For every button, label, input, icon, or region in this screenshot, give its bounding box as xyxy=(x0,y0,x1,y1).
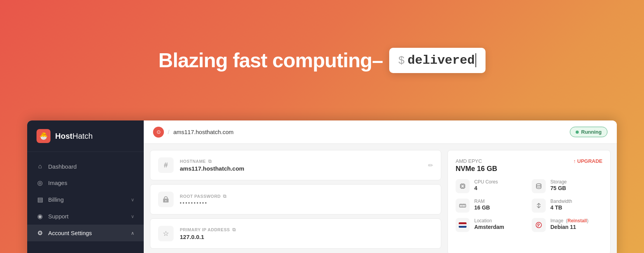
terminal-command: delivered xyxy=(407,53,476,68)
netherlands-flag xyxy=(459,222,466,228)
specs-plan-type: AMD EPYC xyxy=(456,158,497,164)
hostname-value: ams117.hosthatch.com xyxy=(180,165,422,172)
chevron-down-icon: ∨ xyxy=(131,197,134,202)
spec-location-text: Location Amsterdam xyxy=(474,218,504,230)
ip-label: PRIMARY IP ADDRESS ⧉ xyxy=(180,227,433,232)
breadcrumb-home-icon[interactable]: ⊙ xyxy=(153,127,164,138)
sidebar-item-support[interactable]: ◉ Support ∨ xyxy=(27,208,144,225)
ip-content: PRIMARY IP ADDRESS ⧉ 127.0.0.1 xyxy=(180,227,433,240)
spec-ram-value: 16 GB xyxy=(474,204,490,211)
breadcrumb: ⊙ / ams117.hosthatch.com xyxy=(153,127,233,138)
reinstall-link[interactable]: Reinstall xyxy=(567,218,587,223)
billing-icon: ▤ xyxy=(37,196,44,203)
storage-icon xyxy=(532,179,546,193)
spec-location-value: Amsterdam xyxy=(474,224,504,230)
bandwidth-icon xyxy=(532,199,546,213)
spec-storage-text: Storage 75 GB xyxy=(550,179,567,191)
password-icon xyxy=(158,192,174,207)
spec-location: Location Amsterdam xyxy=(456,218,526,232)
specs-grid: CPU Cores 4 xyxy=(456,179,602,232)
spec-bandwidth: Bandwidth 4 TB xyxy=(532,199,602,213)
sidebar-item-label: Support xyxy=(48,213,69,220)
home-icon: ⌂ xyxy=(37,163,44,170)
sidebar-logo: 🐣 HostHatch xyxy=(27,120,144,152)
ip-icon: ☆ xyxy=(158,226,174,241)
server-info-panel: # HOSTNAME ⧉ ams117.hosthatch.com ✏ xyxy=(150,150,441,253)
main-content: ⊙ / ams117.hosthatch.com Running # HOSTN… xyxy=(144,120,617,253)
logo-icon: 🐣 xyxy=(37,129,50,143)
hero-title: Blazing fast computing– xyxy=(158,49,383,72)
spec-storage-label: Storage xyxy=(550,179,567,185)
sidebar-item-label: Dashboard xyxy=(48,163,77,170)
copy-icon[interactable]: ⧉ xyxy=(223,194,227,199)
specs-plan-name: NVMe 16 GB xyxy=(456,165,497,173)
running-dot-icon xyxy=(576,131,579,134)
svg-point-14 xyxy=(536,184,541,186)
content-area: # HOSTNAME ⧉ ams117.hosthatch.com ✏ xyxy=(144,144,617,253)
password-card: ROOT PASSWORD ⧉ •••••••••• xyxy=(150,184,441,215)
sidebar-item-billing[interactable]: ▤ Billing ∨ xyxy=(27,191,144,208)
spec-ram: RAM 16 GB xyxy=(456,199,526,213)
status-label: Running xyxy=(581,129,602,135)
upgrade-label: ↑ UPGRADE xyxy=(573,158,602,164)
spec-ram-label: RAM xyxy=(474,199,490,204)
support-icon: ◉ xyxy=(37,213,44,220)
password-content: ROOT PASSWORD ⧉ •••••••••• xyxy=(180,194,433,206)
svg-rect-1 xyxy=(461,185,464,187)
spec-bandwidth-value: 4 TB xyxy=(550,204,572,211)
specs-panel: AMD EPYC NVMe 16 GB ↑ UPGRADE xyxy=(447,150,611,253)
chevron-down-icon: ∨ xyxy=(131,214,134,219)
spec-storage-value: 75 GB xyxy=(550,185,567,191)
logo-text: HostHatch xyxy=(55,132,93,141)
debian-icon xyxy=(532,218,546,232)
spec-image: Image (Reinstall) Debian 11 xyxy=(532,218,602,232)
sidebar-item-label: Billing xyxy=(48,196,64,203)
ram-icon xyxy=(456,199,470,213)
edit-icon[interactable]: ✏ xyxy=(428,162,433,169)
copy-icon[interactable]: ⧉ xyxy=(232,227,236,232)
hero-text: Blazing fast computing– $ delivered xyxy=(158,48,486,73)
specs-title-area: AMD EPYC NVMe 16 GB xyxy=(456,158,497,173)
spec-bandwidth-text: Bandwidth 4 TB xyxy=(550,199,572,211)
sidebar-item-dashboard[interactable]: ⌂ Dashboard xyxy=(27,158,144,174)
hero-terminal: $ delivered xyxy=(389,48,486,73)
upgrade-button[interactable]: ↑ UPGRADE xyxy=(573,158,602,164)
topbar: ⊙ / ams117.hosthatch.com Running xyxy=(144,120,617,144)
hostname-label: HOSTNAME ⧉ xyxy=(180,159,422,164)
spec-storage: Storage 75 GB xyxy=(532,179,602,193)
sidebar-item-label: Account Settings xyxy=(48,230,92,236)
hostname-content: HOSTNAME ⧉ ams117.hosthatch.com xyxy=(180,159,422,172)
ip-value: 127.0.0.1 xyxy=(180,234,433,240)
sidebar-item-images[interactable]: ◎ Images xyxy=(27,174,144,191)
breadcrumb-hostname: ams117.hosthatch.com xyxy=(173,129,233,135)
main-panel: 🐣 HostHatch ⌂ Dashboard ◎ Images ▤ Billi… xyxy=(27,120,617,253)
spec-bandwidth-label: Bandwidth xyxy=(550,199,572,204)
spec-cpu: CPU Cores 4 xyxy=(456,179,526,193)
specs-header: AMD EPYC NVMe 16 GB ↑ UPGRADE xyxy=(456,158,602,173)
breadcrumb-separator: / xyxy=(168,129,169,135)
sidebar-nav: ⌂ Dashboard ◎ Images ▤ Billing ∨ ◉ Suppo… xyxy=(27,152,144,253)
cpu-icon xyxy=(456,179,470,193)
chevron-up-icon: ∧ xyxy=(131,230,134,236)
ip-card: ☆ PRIMARY IP ADDRESS ⧉ 127.0.0.1 xyxy=(150,218,441,249)
sidebar-item-account-settings[interactable]: ⚙ Account Settings ∧ xyxy=(27,225,144,241)
images-icon: ◎ xyxy=(37,179,44,187)
terminal-dollar: $ xyxy=(399,54,405,66)
spec-cpu-text: CPU Cores 4 xyxy=(474,179,498,191)
spec-cpu-label: CPU Cores xyxy=(474,179,498,185)
password-label: ROOT PASSWORD ⧉ xyxy=(180,194,433,199)
status-badge: Running xyxy=(570,127,607,137)
password-value: •••••••••• xyxy=(180,200,433,206)
location-flag-icon xyxy=(456,218,470,232)
spec-image-text: Image (Reinstall) Debian 11 xyxy=(550,218,588,230)
copy-icon[interactable]: ⧉ xyxy=(208,159,212,164)
hostname-icon: # xyxy=(158,157,174,173)
hero-section: Blazing fast computing– $ delivered xyxy=(0,0,644,120)
gear-icon: ⚙ xyxy=(37,229,44,237)
spec-cpu-value: 4 xyxy=(474,185,498,191)
spec-ram-text: RAM 16 GB xyxy=(474,199,490,211)
sidebar: 🐣 HostHatch ⌂ Dashboard ◎ Images ▤ Billi… xyxy=(27,120,144,253)
spec-location-label: Location xyxy=(474,218,504,223)
sidebar-item-label: Images xyxy=(48,180,67,186)
spec-image-label: Image (Reinstall) xyxy=(550,218,588,223)
